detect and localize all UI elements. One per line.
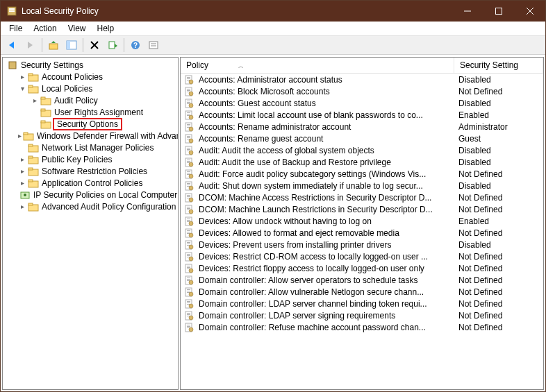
back-button[interactable] [4, 37, 21, 53]
tree-item[interactable]: ▸Account Policies [3, 71, 178, 83]
policy-name: Domain controller: Refuse machine accoun… [195, 323, 454, 332]
policy-setting: Not Defined [454, 193, 543, 203]
svg-rect-1 [9, 8, 15, 10]
svg-rect-98 [187, 195, 190, 196]
svg-rect-22 [9, 62, 16, 69]
tree-item[interactable]: ▸Windows Defender Firewall with Advanced… [3, 130, 178, 142]
menu-view[interactable]: View [63, 22, 92, 35]
svg-rect-2 [9, 10, 15, 12]
policy-row[interactable]: Audit: Shut down system immediately if u… [181, 180, 543, 191]
policy-row[interactable]: DCOM: Machine Launch Restrictions in Sec… [181, 203, 543, 215]
policy-row[interactable]: Devices: Allow undock without having to … [181, 215, 543, 227]
policy-row[interactable]: Accounts: Administrator account statusDi… [181, 74, 543, 85]
tree-toggle-icon[interactable]: ▸ [18, 179, 26, 187]
svg-point-71 [189, 127, 193, 131]
svg-rect-68 [187, 124, 190, 125]
toolbar-separator [83, 38, 83, 52]
minimize-button[interactable] [452, 1, 483, 22]
policy-setting: Not Defined [454, 87, 543, 96]
column-header-policy[interactable]: Policy ︿ [181, 58, 454, 73]
menu-action[interactable]: Action [28, 22, 62, 35]
svg-rect-9 [49, 44, 58, 49]
policy-row[interactable]: Domain controller: Allow vulnerable Netl… [181, 286, 543, 298]
tree-item[interactable]: ▾Local Policies [3, 83, 178, 94]
svg-point-116 [189, 233, 193, 237]
svg-point-61 [189, 103, 193, 108]
policy-row[interactable]: Domain controller: Refuse machine accoun… [181, 321, 543, 333]
close-button[interactable] [514, 1, 545, 22]
policy-row[interactable]: Domain controller: Allow server operator… [181, 274, 543, 286]
tree-toggle-icon[interactable]: ▸ [18, 132, 22, 139]
tree-item-label: Account Policies [40, 72, 104, 82]
policy-setting: Not Defined [454, 205, 543, 214]
tree-item[interactable]: ▸Software Restriction Policies [3, 165, 178, 177]
policy-row[interactable]: DCOM: Machine Access Restrictions in Sec… [181, 191, 543, 203]
svg-rect-26 [28, 85, 33, 87]
policy-row[interactable]: Devices: Allowed to format and eject rem… [181, 227, 543, 239]
svg-rect-32 [41, 121, 45, 123]
tree-pane[interactable]: Security Settings ▸Account Policies▾Loca… [2, 57, 179, 390]
svg-rect-53 [187, 89, 190, 90]
svg-point-56 [189, 92, 193, 96]
maximize-button[interactable] [483, 1, 514, 22]
svg-rect-118 [187, 242, 190, 243]
policy-row[interactable]: Accounts: Rename guest accountGuest [181, 133, 543, 144]
tree-toggle-icon[interactable]: ▸ [18, 203, 26, 210]
tree-item[interactable]: ▸Public Key Policies [3, 153, 178, 165]
tree-toggle-icon[interactable]: ▾ [18, 85, 26, 92]
svg-rect-149 [187, 314, 190, 315]
help-button[interactable]: ? [127, 37, 144, 53]
tree-toggle-icon[interactable]: ▸ [18, 73, 26, 80]
delete-button[interactable] [86, 37, 103, 53]
policy-row[interactable]: Devices: Restrict CD-ROM access to local… [181, 250, 543, 262]
policy-row[interactable]: Accounts: Rename administrator accountAd… [181, 121, 543, 133]
tree-toggle-icon[interactable]: ▸ [18, 155, 26, 163]
svg-rect-49 [187, 78, 190, 79]
list-pane[interactable]: Policy ︿ Security Setting Accounts: Admi… [180, 57, 544, 390]
tree-toggle-icon[interactable]: ▸ [18, 167, 26, 175]
policy-row[interactable]: Audit: Audit the use of Backup and Resto… [181, 156, 543, 168]
policy-row[interactable]: Domain controller: LDAP server signing r… [181, 309, 543, 321]
policy-icon [183, 322, 195, 333]
policy-setting: Disabled [454, 157, 543, 167]
column-header-setting[interactable]: Security Setting [454, 58, 543, 73]
policy-icon [183, 298, 195, 309]
svg-rect-42 [28, 180, 33, 182]
svg-point-141 [189, 292, 193, 296]
tree-item-label: Software Restriction Policies [40, 167, 149, 176]
policy-row[interactable]: Audit: Audit the access of global system… [181, 144, 543, 156]
tree-item[interactable]: User Rights Assignment [3, 106, 178, 118]
tree-item-label: User Rights Assignment [53, 108, 144, 117]
tree-item[interactable]: ▸Application Control Policies [3, 177, 178, 189]
up-folder-button[interactable] [45, 37, 62, 53]
tree-item[interactable]: ▸Advanced Audit Policy Configuration [3, 201, 178, 212]
policy-row[interactable]: Devices: Prevent users from installing p… [181, 239, 543, 250]
svg-rect-59 [187, 102, 190, 103]
policy-row[interactable]: Audit: Force audit policy subcategory se… [181, 168, 543, 180]
tree-item[interactable]: ▸Audit Policy [3, 94, 178, 106]
forward-button[interactable] [22, 37, 39, 53]
policy-name: Devices: Allow undock without having to … [195, 216, 454, 226]
policy-row[interactable]: Devices: Restrict floppy access to local… [181, 262, 543, 274]
policy-row[interactable]: Accounts: Limit local account use of bla… [181, 109, 543, 121]
show-hide-tree-button[interactable] [63, 37, 80, 53]
policy-row[interactable]: Domain controller: LDAP server channel b… [181, 298, 543, 309]
policy-name: Audit: Force audit policy subcategory se… [195, 169, 454, 179]
tree-toggle-icon[interactable]: ▸ [31, 96, 39, 104]
tree-item[interactable]: Network List Manager Policies [3, 142, 178, 153]
export-button[interactable] [104, 37, 121, 53]
svg-rect-129 [187, 267, 190, 268]
policy-row[interactable]: Accounts: Block Microsoft accountsNot De… [181, 85, 543, 97]
svg-point-66 [189, 115, 193, 119]
policy-name: Accounts: Guest account status [195, 99, 454, 108]
tree-item[interactable]: Security Options [3, 118, 178, 130]
policy-name: Audit: Audit the access of global system… [195, 146, 454, 155]
policy-setting: Not Defined [454, 228, 543, 238]
menu-file[interactable]: File [3, 22, 28, 35]
tree-root[interactable]: Security Settings [3, 59, 178, 71]
properties-button[interactable] [145, 37, 162, 53]
tree-item[interactable]: IP Security Policies on Local Computer [3, 189, 178, 201]
svg-marker-16 [115, 44, 117, 48]
policy-row[interactable]: Accounts: Guest account statusDisabled [181, 97, 543, 109]
menu-help[interactable]: Help [92, 22, 120, 35]
